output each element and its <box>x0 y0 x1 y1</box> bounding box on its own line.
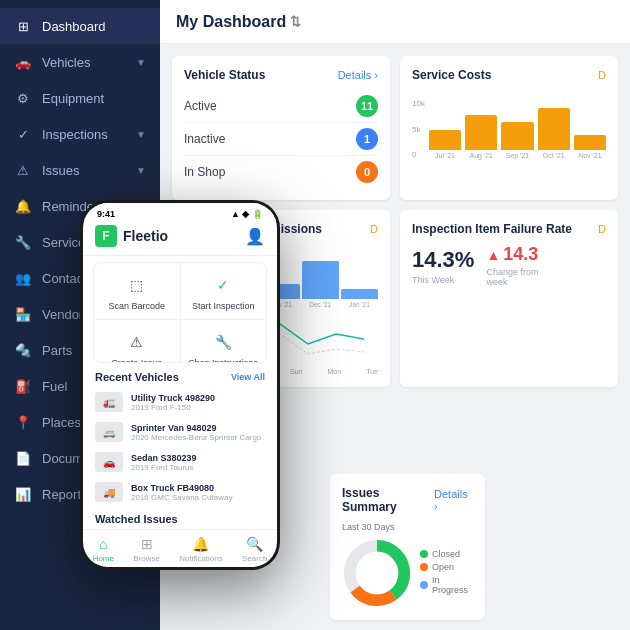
fleetio-logo: F Fleetio <box>95 225 168 247</box>
service-costs-title: Service Costs <box>412 68 491 82</box>
nav-notifications[interactable]: 🔔 Notifications <box>179 536 223 563</box>
sort-icon: ⇅ <box>290 14 301 29</box>
page-title: My Dashboard ⇅ <box>176 13 301 31</box>
app-name: Fleetio <box>123 228 168 244</box>
app-shell: ⊞ Dashboard 🚗 Vehicles ▼ ⚙ Equipment ✓ I… <box>0 0 630 630</box>
inspection-submissions-link[interactable]: D <box>370 223 378 235</box>
bar-chart <box>429 90 606 150</box>
service-icon: 🔧 <box>14 233 32 251</box>
browse-icon: ⊞ <box>141 536 153 552</box>
this-week-label: This Week <box>412 275 474 285</box>
view-all-vehicles-link[interactable]: View All <box>231 372 265 382</box>
create-issue-button[interactable]: ⚠ Create Issue <box>94 320 180 363</box>
status-row-inshop: In Shop 0 <box>184 156 378 188</box>
vehicle-status-title: Vehicle Status <box>184 68 265 82</box>
nav-browse[interactable]: ⊞ Browse <box>133 536 160 563</box>
sidebar-item-vehicles[interactable]: 🚗 Vehicles ▼ <box>0 44 160 80</box>
phone-screen: 9:41 ▲ ◆ 🔋 F Fleetio 👤 ⬚ Scan Barcode ✓ <box>83 203 277 567</box>
chevron-icon: ▼ <box>136 129 146 140</box>
inactive-badge: 1 <box>356 128 378 150</box>
bar <box>429 130 461 150</box>
phone-bottom-nav: ⌂ Home ⊞ Browse 🔔 Notifications 🔍 Search <box>83 529 277 567</box>
sidebar-label: Inspections <box>42 127 136 142</box>
phone-action-grid: ⬚ Scan Barcode ✓ Start Inspection ⚠ Crea… <box>93 262 267 363</box>
vehicle-item[interactable]: 🚛 Utility Truck 498290 2019 Ford F-150 <box>83 387 277 417</box>
active-badge: 11 <box>356 95 378 117</box>
issues-summary-title: Issues Summary <box>342 486 434 514</box>
failure-rate-link[interactable]: D <box>598 223 606 235</box>
sidebar-item-issues[interactable]: ⚠ Issues ▼ <box>0 152 160 188</box>
sidebar-label: Equipment <box>42 91 146 106</box>
nav-home-label: Home <box>93 554 114 563</box>
service-costs-chart: 10k 5k 0 <box>412 90 606 159</box>
vehicle-item[interactable]: 🚚 Box Truck FB49080 2016 GMC Savana Cuta… <box>83 477 277 507</box>
vehicle-thumb: 🚛 <box>95 392 123 412</box>
home-icon: ⌂ <box>99 536 107 552</box>
sidebar-item-equipment[interactable]: ⚙ Equipment <box>0 80 160 116</box>
service-costs-link[interactable]: D <box>598 69 606 81</box>
bar-group <box>429 130 461 150</box>
vehicle-status-card: Vehicle Status Details › Active 11 Inact… <box>172 56 390 200</box>
status-row-inactive: Inactive 1 <box>184 123 378 156</box>
card-header: Inspection Item Failure Rate D <box>412 222 606 236</box>
bar <box>574 135 606 150</box>
sidebar-item-dashboard[interactable]: ⊞ Dashboard <box>0 8 160 44</box>
failure-rate-title: Inspection Item Failure Rate <box>412 222 572 236</box>
reports-icon: 📊 <box>14 485 32 503</box>
vehicle-name: Box Truck FB49080 <box>131 483 265 493</box>
sidebar-label: Vehicles <box>42 55 136 70</box>
places-icon: 📍 <box>14 413 32 431</box>
failure-rate-values: 14.3% This Week ▲ 14.3 Change fromweek <box>412 244 606 287</box>
issue-icon: ⚠ <box>125 330 149 354</box>
issues-summary-card: Issues Summary Details › Last 30 Days Cl… <box>330 474 485 620</box>
vehicle-sub: 2020 Mercedes-Benz Sprinter Cargo <box>131 433 265 442</box>
issues-summary-link[interactable]: Details › <box>434 488 473 512</box>
phone-status-bar: 9:41 ▲ ◆ 🔋 <box>83 203 277 221</box>
nav-search-label: Search <box>242 554 267 563</box>
vehicle-status-details-link[interactable]: Details › <box>338 69 378 81</box>
shop-instructions-label: Shop Instructions <box>188 358 258 363</box>
chevron-icon: ▼ <box>136 165 146 176</box>
vehicle-item[interactable]: 🚐 Sprinter Van 948029 2020 Mercedes-Benz… <box>83 417 277 447</box>
change-label: Change fromweek <box>486 267 538 287</box>
vehicle-sub: 2016 GMC Savana Cutaway <box>131 493 265 502</box>
topbar: My Dashboard ⇅ <box>160 0 630 44</box>
fuel-icon: ⛽ <box>14 377 32 395</box>
sidebar-item-inspections[interactable]: ✓ Inspections ▼ <box>0 116 160 152</box>
vehicle-name: Sedan S380239 <box>131 453 265 463</box>
bar <box>465 115 497 150</box>
vendors-icon: 🏪 <box>14 305 32 323</box>
legend-open: Open <box>420 562 473 572</box>
profile-icon[interactable]: 👤 <box>245 227 265 246</box>
vehicles-icon: 🚗 <box>14 53 32 71</box>
bar <box>538 108 570 150</box>
this-week-rate: 14.3% <box>412 247 474 273</box>
fleetio-icon: F <box>95 225 117 247</box>
nav-notifications-label: Notifications <box>179 554 223 563</box>
start-inspection-button[interactable]: ✓ Start Inspection <box>181 263 267 319</box>
documents-icon: 📄 <box>14 449 32 467</box>
bar-group <box>465 115 497 150</box>
phone-overlay: 9:41 ▲ ◆ 🔋 F Fleetio 👤 ⬚ Scan Barcode ✓ <box>80 200 280 570</box>
phone-header: F Fleetio 👤 <box>83 221 277 256</box>
scan-barcode-button[interactable]: ⬚ Scan Barcode <box>94 263 180 319</box>
inshop-badge: 0 <box>356 161 378 183</box>
donut-container: Closed Open In Progress <box>342 538 473 608</box>
chevron-icon: ▼ <box>136 57 146 68</box>
bar <box>501 122 533 150</box>
nav-search[interactable]: 🔍 Search <box>242 536 267 563</box>
dashboard-icon: ⊞ <box>14 17 32 35</box>
vehicle-item[interactable]: 🚗 Sedan S380239 2019 Ford Taurus <box>83 447 277 477</box>
vehicle-thumb: 🚚 <box>95 482 123 502</box>
shop-instructions-button[interactable]: 🔧 Shop Instructions <box>181 320 267 363</box>
notifications-icon: 🔔 <box>192 536 209 552</box>
reminders-icon: 🔔 <box>14 197 32 215</box>
legend-dot-open <box>420 563 428 571</box>
bar-group <box>574 135 606 150</box>
recent-vehicles-section: Recent Vehicles View All <box>83 369 277 387</box>
nav-home[interactable]: ⌂ Home <box>93 536 114 563</box>
vehicle-name: Sprinter Van 948029 <box>131 423 265 433</box>
shop-icon: 🔧 <box>211 330 235 354</box>
up-arrow-icon: ▲ <box>486 247 500 263</box>
barcode-icon: ⬚ <box>125 273 149 297</box>
